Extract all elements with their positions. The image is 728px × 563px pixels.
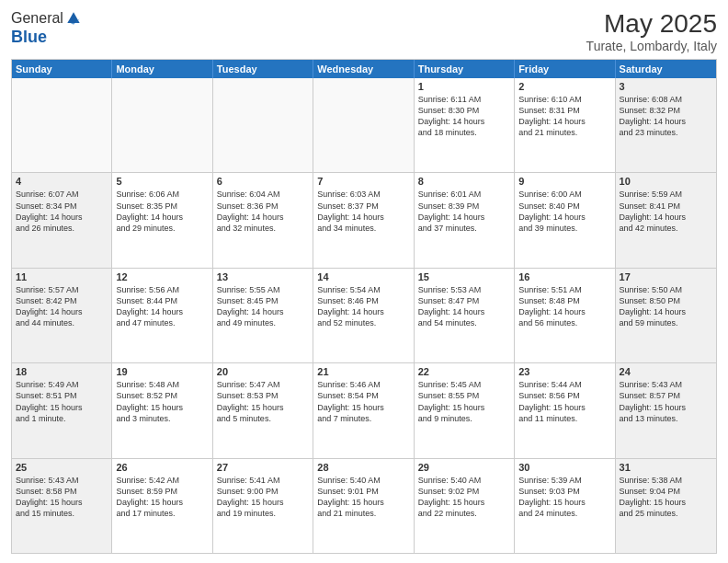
calendar: SundayMondayTuesdayWednesdayThursdayFrid…	[11, 59, 717, 554]
calendar-cell-11: 11Sunrise: 5:57 AM Sunset: 8:42 PM Dayli…	[12, 269, 112, 362]
page: General Blue May 2025 Turate, Lombardy, …	[0, 0, 728, 563]
calendar-cell-30: 30Sunrise: 5:39 AM Sunset: 9:03 PM Dayli…	[515, 459, 615, 553]
day-number: 27	[217, 462, 309, 473]
calendar-cell-5: 5Sunrise: 6:06 AM Sunset: 8:35 PM Daylig…	[112, 173, 212, 267]
cell-info: Sunrise: 5:49 AM Sunset: 8:51 PM Dayligh…	[16, 379, 108, 424]
day-number: 4	[16, 176, 108, 187]
calendar-cell-8: 8Sunrise: 6:01 AM Sunset: 8:39 PM Daylig…	[415, 173, 515, 267]
day-number: 6	[217, 176, 309, 187]
calendar-row-3: 18Sunrise: 5:49 AM Sunset: 8:51 PM Dayli…	[12, 362, 716, 457]
calendar-body: 1Sunrise: 6:11 AM Sunset: 8:30 PM Daylig…	[12, 78, 716, 553]
weekday-header-monday: Monday	[112, 60, 212, 78]
calendar-cell-empty-0-1	[112, 78, 212, 172]
day-number: 11	[16, 271, 108, 282]
svg-marker-0	[67, 12, 79, 23]
cell-info: Sunrise: 5:43 AM Sunset: 8:58 PM Dayligh…	[16, 475, 108, 520]
calendar-cell-16: 16Sunrise: 5:51 AM Sunset: 8:48 PM Dayli…	[515, 269, 615, 362]
cell-info: Sunrise: 5:50 AM Sunset: 8:50 PM Dayligh…	[620, 284, 712, 329]
calendar-cell-24: 24Sunrise: 5:43 AM Sunset: 8:57 PM Dayli…	[616, 363, 716, 457]
day-number: 5	[116, 176, 208, 187]
weekday-header-tuesday: Tuesday	[213, 60, 313, 78]
logo-general-text: General	[11, 10, 63, 27]
calendar-cell-empty-0-3	[313, 78, 414, 172]
day-number: 7	[317, 176, 409, 187]
header: General Blue May 2025 Turate, Lombardy, …	[11, 9, 717, 53]
calendar-cell-22: 22Sunrise: 5:45 AM Sunset: 8:55 PM Dayli…	[415, 363, 515, 457]
calendar-cell-14: 14Sunrise: 5:54 AM Sunset: 8:46 PM Dayli…	[313, 269, 414, 362]
cell-info: Sunrise: 5:43 AM Sunset: 8:57 PM Dayligh…	[620, 379, 712, 424]
weekday-header-wednesday: Wednesday	[313, 60, 414, 78]
day-number: 16	[518, 271, 610, 282]
day-number: 2	[518, 81, 610, 92]
cell-info: Sunrise: 5:38 AM Sunset: 9:04 PM Dayligh…	[620, 475, 712, 520]
weekday-header-sunday: Sunday	[12, 60, 112, 78]
calendar-cell-6: 6Sunrise: 6:04 AM Sunset: 8:36 PM Daylig…	[213, 173, 313, 267]
cell-info: Sunrise: 5:41 AM Sunset: 9:00 PM Dayligh…	[217, 475, 309, 520]
day-number: 25	[16, 462, 108, 473]
cell-info: Sunrise: 5:48 AM Sunset: 8:52 PM Dayligh…	[116, 379, 208, 424]
calendar-row-4: 25Sunrise: 5:43 AM Sunset: 8:58 PM Dayli…	[12, 458, 716, 553]
cell-info: Sunrise: 5:57 AM Sunset: 8:42 PM Dayligh…	[16, 284, 108, 329]
day-number: 30	[518, 462, 610, 473]
calendar-cell-4: 4Sunrise: 6:07 AM Sunset: 8:34 PM Daylig…	[12, 173, 112, 267]
calendar-cell-18: 18Sunrise: 5:49 AM Sunset: 8:51 PM Dayli…	[12, 363, 112, 457]
cell-info: Sunrise: 5:51 AM Sunset: 8:48 PM Dayligh…	[518, 284, 610, 329]
cell-info: Sunrise: 5:47 AM Sunset: 8:53 PM Dayligh…	[217, 379, 309, 424]
day-number: 9	[518, 176, 610, 187]
cell-info: Sunrise: 6:11 AM Sunset: 8:30 PM Dayligh…	[418, 94, 510, 139]
logo-blue-text: Blue	[11, 28, 47, 46]
cell-info: Sunrise: 5:40 AM Sunset: 9:02 PM Dayligh…	[418, 475, 510, 520]
weekday-header-friday: Friday	[515, 60, 615, 78]
calendar-cell-26: 26Sunrise: 5:42 AM Sunset: 8:59 PM Dayli…	[112, 459, 212, 553]
calendar-cell-3: 3Sunrise: 6:08 AM Sunset: 8:32 PM Daylig…	[616, 78, 716, 172]
weekday-header-thursday: Thursday	[415, 60, 515, 78]
day-number: 3	[620, 81, 712, 92]
day-number: 12	[116, 271, 208, 282]
calendar-row-2: 11Sunrise: 5:57 AM Sunset: 8:42 PM Dayli…	[12, 268, 716, 362]
calendar-cell-23: 23Sunrise: 5:44 AM Sunset: 8:56 PM Dayli…	[515, 363, 615, 457]
cell-info: Sunrise: 6:07 AM Sunset: 8:34 PM Dayligh…	[16, 189, 108, 234]
day-number: 31	[620, 462, 712, 473]
cell-info: Sunrise: 5:40 AM Sunset: 9:01 PM Dayligh…	[317, 475, 409, 520]
day-number: 21	[317, 366, 409, 377]
calendar-cell-27: 27Sunrise: 5:41 AM Sunset: 9:00 PM Dayli…	[213, 459, 313, 553]
day-number: 13	[217, 271, 309, 282]
day-number: 1	[418, 81, 510, 92]
cell-info: Sunrise: 6:01 AM Sunset: 8:39 PM Dayligh…	[418, 189, 510, 234]
calendar-cell-9: 9Sunrise: 6:00 AM Sunset: 8:40 PM Daylig…	[515, 173, 615, 267]
cell-info: Sunrise: 5:55 AM Sunset: 8:45 PM Dayligh…	[217, 284, 309, 329]
calendar-header: SundayMondayTuesdayWednesdayThursdayFrid…	[12, 60, 716, 78]
day-number: 26	[116, 462, 208, 473]
cell-info: Sunrise: 6:08 AM Sunset: 8:32 PM Dayligh…	[620, 94, 712, 139]
cell-info: Sunrise: 6:04 AM Sunset: 8:36 PM Dayligh…	[217, 189, 309, 234]
calendar-cell-25: 25Sunrise: 5:43 AM Sunset: 8:58 PM Dayli…	[12, 459, 112, 553]
cell-info: Sunrise: 5:42 AM Sunset: 8:59 PM Dayligh…	[116, 475, 208, 520]
logo: General Blue	[11, 9, 83, 47]
calendar-cell-7: 7Sunrise: 6:03 AM Sunset: 8:37 PM Daylig…	[313, 173, 414, 267]
cell-info: Sunrise: 6:00 AM Sunset: 8:40 PM Dayligh…	[518, 189, 610, 234]
day-number: 19	[116, 366, 208, 377]
calendar-cell-empty-0-0	[12, 78, 112, 172]
title-block: May 2025 Turate, Lombardy, Italy	[586, 9, 717, 53]
weekday-header-saturday: Saturday	[616, 60, 716, 78]
cell-info: Sunrise: 5:44 AM Sunset: 8:56 PM Dayligh…	[518, 379, 610, 424]
calendar-cell-28: 28Sunrise: 5:40 AM Sunset: 9:01 PM Dayli…	[313, 459, 414, 553]
calendar-cell-19: 19Sunrise: 5:48 AM Sunset: 8:52 PM Dayli…	[112, 363, 212, 457]
calendar-cell-15: 15Sunrise: 5:53 AM Sunset: 8:47 PM Dayli…	[415, 269, 515, 362]
day-number: 18	[16, 366, 108, 377]
day-number: 17	[620, 271, 712, 282]
calendar-cell-20: 20Sunrise: 5:47 AM Sunset: 8:53 PM Dayli…	[213, 363, 313, 457]
cell-info: Sunrise: 5:39 AM Sunset: 9:03 PM Dayligh…	[518, 475, 610, 520]
calendar-cell-empty-0-2	[213, 78, 313, 172]
day-number: 29	[418, 462, 510, 473]
calendar-cell-21: 21Sunrise: 5:46 AM Sunset: 8:54 PM Dayli…	[313, 363, 414, 457]
cell-info: Sunrise: 6:06 AM Sunset: 8:35 PM Dayligh…	[116, 189, 208, 234]
day-number: 22	[418, 366, 510, 377]
cell-info: Sunrise: 5:53 AM Sunset: 8:47 PM Dayligh…	[418, 284, 510, 329]
calendar-cell-13: 13Sunrise: 5:55 AM Sunset: 8:45 PM Dayli…	[213, 269, 313, 362]
cell-info: Sunrise: 5:59 AM Sunset: 8:41 PM Dayligh…	[620, 189, 712, 234]
cell-info: Sunrise: 5:45 AM Sunset: 8:55 PM Dayligh…	[418, 379, 510, 424]
calendar-cell-17: 17Sunrise: 5:50 AM Sunset: 8:50 PM Dayli…	[616, 269, 716, 362]
calendar-cell-29: 29Sunrise: 5:40 AM Sunset: 9:02 PM Dayli…	[415, 459, 515, 553]
day-number: 15	[418, 271, 510, 282]
